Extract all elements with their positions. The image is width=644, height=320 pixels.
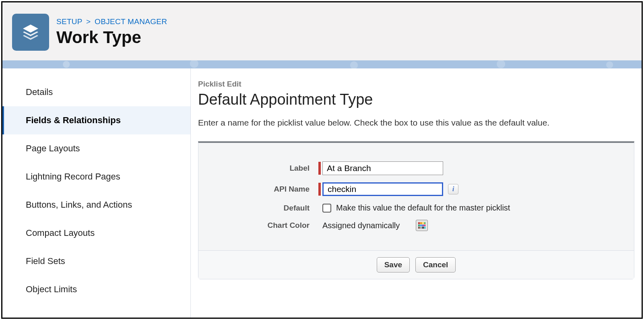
form-footer: Save Cancel — [198, 250, 634, 279]
page-header: SETUP > OBJECT MANAGER Work Type — [2, 2, 642, 60]
sidebar-item-label: Buttons, Links, and Actions — [26, 200, 132, 210]
color-picker-button[interactable] — [416, 220, 428, 231]
required-indicator — [318, 162, 321, 175]
sidebar-item-label: Object Limits — [26, 284, 77, 294]
intro-text: Enter a name for the picklist value belo… — [198, 118, 634, 128]
sidebar-item-buttons-links-actions[interactable]: Buttons, Links, and Actions — [2, 191, 190, 219]
chart-color-value: Assigned dynamically — [322, 221, 400, 230]
object-icon — [12, 14, 49, 51]
form-row-chart-color: Chart Color Assigned dynamically — [211, 220, 622, 231]
label-field-label: Label — [211, 164, 318, 173]
breadcrumb-object-manager-link[interactable]: OBJECT MANAGER — [95, 17, 167, 26]
sidebar-item-fields-relationships[interactable]: Fields & Relationships — [2, 106, 190, 134]
form-row-api-name: API Name i — [211, 182, 622, 196]
cancel-button[interactable]: Cancel — [415, 257, 456, 273]
sidebar-item-label: Details — [26, 87, 53, 97]
save-button[interactable]: Save — [377, 257, 410, 273]
sidebar: Details Fields & Relationships Page Layo… — [2, 68, 191, 318]
default-field-label: Default — [211, 204, 318, 213]
sidebar-item-field-sets[interactable]: Field Sets — [2, 247, 190, 275]
main-content: Picklist Edit Default Appointment Type E… — [191, 68, 642, 318]
default-checkbox-label: Make this value the default for the mast… — [336, 203, 510, 213]
color-grid-icon — [418, 222, 425, 229]
required-indicator — [318, 183, 321, 196]
info-icon[interactable]: i — [448, 184, 458, 194]
sidebar-item-compact-layouts[interactable]: Compact Layouts — [2, 219, 190, 247]
sidebar-item-lightning-record-pages[interactable]: Lightning Record Pages — [2, 163, 190, 191]
main-title: Default Appointment Type — [198, 91, 634, 108]
decorative-divider — [2, 60, 642, 68]
form-panel: Label API Name i Default — [198, 141, 634, 279]
sidebar-item-label: Lightning Record Pages — [26, 171, 120, 182]
breadcrumb-setup-link[interactable]: SETUP — [56, 17, 83, 26]
breadcrumb-separator: > — [86, 17, 91, 26]
sidebar-item-page-layouts[interactable]: Page Layouts — [2, 134, 190, 163]
api-name-field-label: API Name — [211, 185, 318, 194]
page-title: Work Type — [56, 28, 167, 47]
api-name-input[interactable] — [322, 182, 443, 196]
sidebar-item-object-limits[interactable]: Object Limits — [2, 275, 190, 303]
default-checkbox[interactable] — [322, 204, 331, 213]
sidebar-item-label: Compact Layouts — [26, 228, 95, 238]
form-row-default: Default Make this value the default for … — [211, 203, 622, 213]
layers-icon — [21, 22, 41, 42]
form-row-label: Label — [211, 161, 622, 175]
sidebar-item-label: Fields & Relationships — [26, 115, 121, 125]
sidebar-item-label: Field Sets — [26, 256, 65, 266]
sidebar-item-label: Page Layouts — [26, 143, 80, 153]
chart-color-field-label: Chart Color — [211, 221, 318, 230]
breadcrumb: SETUP > OBJECT MANAGER — [56, 17, 167, 26]
sidebar-item-details[interactable]: Details — [2, 78, 190, 106]
subheading: Picklist Edit — [198, 80, 634, 89]
label-input[interactable] — [322, 161, 443, 175]
